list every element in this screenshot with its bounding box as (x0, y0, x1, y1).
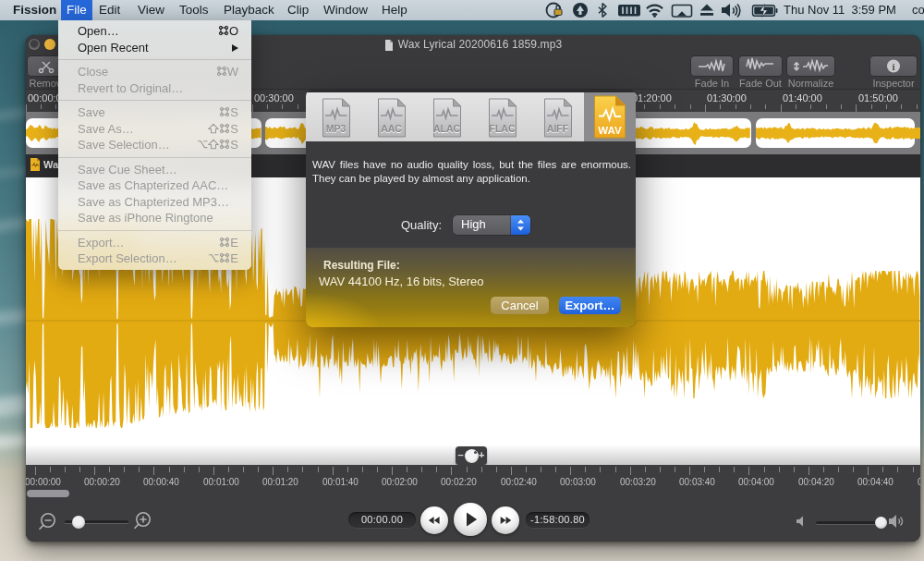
svg-text:WAV: WAV (598, 125, 622, 136)
svg-text:i: i (892, 61, 894, 72)
svg-text:AAC: AAC (381, 123, 402, 134)
svg-text:ALAC: ALAC (432, 123, 460, 134)
svg-text:FLAC: FLAC (489, 123, 515, 134)
svg-text:AIFF: AIFF (546, 123, 568, 134)
svg-text:MP3: MP3 (325, 123, 346, 134)
